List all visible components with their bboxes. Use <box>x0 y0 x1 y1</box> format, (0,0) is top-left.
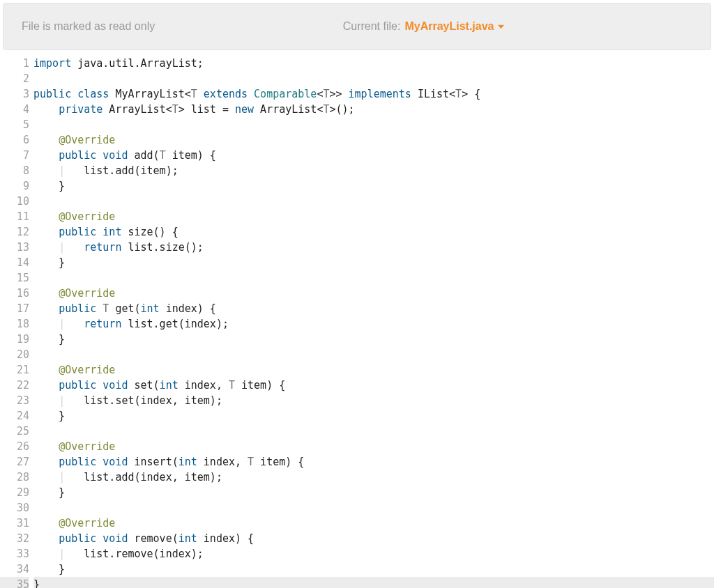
code-line: @Override <box>33 439 714 454</box>
current-file-name: MyArrayList.java <box>404 20 504 33</box>
line-number: 2 <box>0 71 29 86</box>
code-line: | return list.size(); <box>33 240 714 255</box>
line-number: 31 <box>0 516 29 531</box>
code-area[interactable]: import java.util.ArrayList; public class… <box>33 53 714 588</box>
code-line: } <box>33 178 714 194</box>
line-number: 25 <box>0 424 29 439</box>
code-line: | list.set(index, item); <box>33 393 714 408</box>
code-line: } <box>33 485 714 500</box>
code-line: @Override <box>33 132 714 148</box>
code-line: @Override <box>33 209 714 224</box>
code-line: | list.add(index, item); <box>33 470 714 485</box>
current-file-selector[interactable]: Current file: MyArrayList.java <box>343 20 505 33</box>
line-number: 34 <box>0 562 29 577</box>
code-line: @Override <box>33 286 714 301</box>
code-line: private ArrayList<T> list = new ArrayLis… <box>33 102 714 117</box>
line-number: 6 <box>0 132 29 148</box>
line-number: 18 <box>0 316 29 332</box>
code-line: @Override <box>33 362 714 378</box>
line-number: 7 <box>0 148 29 163</box>
line-number: 3 <box>0 86 29 102</box>
code-line: | list.add(item); <box>33 163 714 178</box>
line-number: 8 <box>0 163 29 178</box>
readonly-label: File is marked as read only <box>22 20 155 33</box>
line-number: 12 <box>0 224 29 240</box>
line-number: 1 <box>0 56 29 71</box>
code-line <box>33 270 714 286</box>
line-number: 24 <box>0 408 29 424</box>
code-line: public void remove(int index) { <box>33 531 714 546</box>
editor-window: File is marked as read only Current file… <box>0 3 714 588</box>
editor-topbar: File is marked as read only Current file… <box>3 3 711 50</box>
line-number: 13 <box>0 240 29 255</box>
code-line: public void add(T item) { <box>33 148 714 163</box>
code-line: } <box>33 255 714 270</box>
code-line: | return list.get(index); <box>33 316 714 332</box>
code-line: } <box>33 562 714 577</box>
line-number: 30 <box>0 500 29 516</box>
line-number-gutter: 1234567891011121314151617181920212223242… <box>0 53 33 588</box>
chevron-down-icon <box>498 24 504 30</box>
code-line: } <box>33 577 714 588</box>
line-number: 27 <box>0 454 29 470</box>
line-number: 10 <box>0 194 29 209</box>
line-number: 5 <box>0 117 29 132</box>
code-line: @Override <box>33 516 714 531</box>
line-number: 9 <box>0 178 29 194</box>
line-number: 11 <box>0 209 29 224</box>
code-line <box>33 424 714 439</box>
line-number: 33 <box>0 546 29 562</box>
line-number: 35 <box>0 577 29 588</box>
code-line <box>33 71 714 86</box>
code-line: public void set(int index, T item) { <box>33 378 714 393</box>
code-line: public int size() { <box>33 224 714 240</box>
code-line: } <box>33 408 714 424</box>
code-line: public void insert(int index, T item) { <box>33 454 714 470</box>
line-number: 14 <box>0 255 29 270</box>
line-number: 29 <box>0 485 29 500</box>
line-number: 20 <box>0 347 29 362</box>
line-number: 17 <box>0 301 29 316</box>
code-line <box>33 347 714 362</box>
line-number: 16 <box>0 286 29 301</box>
line-number: 22 <box>0 378 29 393</box>
line-number: 23 <box>0 393 29 408</box>
code-line: import java.util.ArrayList; <box>33 56 714 71</box>
code-editor: 1234567891011121314151617181920212223242… <box>0 53 714 588</box>
line-number: 15 <box>0 270 29 286</box>
line-number: 4 <box>0 102 29 117</box>
line-number: 28 <box>0 470 29 485</box>
code-line: public T get(int index) { <box>33 301 714 316</box>
line-number: 32 <box>0 531 29 546</box>
line-number: 26 <box>0 439 29 454</box>
line-number: 21 <box>0 362 29 378</box>
code-line <box>33 194 714 209</box>
code-line: public class MyArrayList<T extends Compa… <box>33 86 714 102</box>
code-line: | list.remove(index); <box>33 546 714 562</box>
code-line: } <box>33 332 714 347</box>
line-number: 19 <box>0 332 29 347</box>
code-line <box>33 117 714 132</box>
current-file-label: Current file: <box>343 20 401 33</box>
code-line <box>33 500 714 516</box>
